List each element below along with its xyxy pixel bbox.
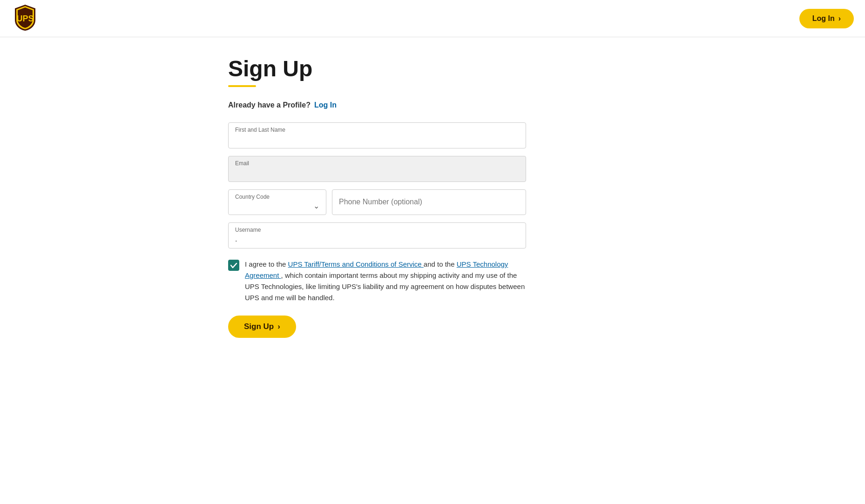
name-input[interactable] bbox=[235, 135, 519, 143]
name-label: First and Last Name bbox=[235, 127, 519, 133]
site-header: UPS Log In › bbox=[0, 0, 865, 37]
header-login-button[interactable]: Log In › bbox=[799, 9, 854, 28]
terms-checkbox[interactable] bbox=[228, 260, 239, 271]
email-label: Email bbox=[235, 160, 519, 167]
signup-arrow-icon: › bbox=[277, 322, 280, 331]
header-login-arrow: › bbox=[838, 14, 841, 23]
already-profile-text: Already have a Profile? bbox=[228, 101, 311, 109]
country-code-select[interactable]: United States (+1) Canada (+1) United Ki… bbox=[235, 202, 319, 210]
signup-button[interactable]: Sign Up › bbox=[228, 316, 296, 338]
phone-number-field-container bbox=[332, 189, 526, 215]
main-content: Sign Up Already have a Profile? Log In F… bbox=[0, 37, 512, 356]
already-profile-row: Already have a Profile? Log In bbox=[228, 101, 337, 109]
name-field-container: First and Last Name bbox=[228, 122, 526, 148]
terms-text: I agree to the UPS Tariff/Terms and Cond… bbox=[245, 259, 526, 303]
phone-row: Country Code United States (+1) Canada (… bbox=[228, 189, 526, 215]
username-label: Username bbox=[235, 227, 519, 233]
username-field-container: Username bbox=[228, 222, 526, 249]
terms-link1[interactable]: UPS Tariff/Terms and Conditions of Servi… bbox=[288, 260, 424, 268]
country-code-field-container: Country Code United States (+1) Canada (… bbox=[228, 189, 326, 215]
country-code-label: Country Code bbox=[235, 194, 319, 200]
username-input[interactable] bbox=[235, 235, 519, 243]
terms-middle: and to the bbox=[424, 260, 457, 268]
email-input[interactable] bbox=[235, 168, 519, 177]
already-profile-login-link[interactable]: Log In bbox=[314, 101, 337, 109]
signup-button-label: Sign Up bbox=[244, 322, 274, 331]
page-title: Sign Up bbox=[228, 56, 312, 81]
phone-number-input[interactable] bbox=[339, 198, 519, 206]
ups-logo: UPS bbox=[11, 4, 39, 34]
svg-text:UPS: UPS bbox=[16, 14, 34, 23]
header-login-label: Log In bbox=[812, 14, 835, 23]
terms-text-before: I agree to the bbox=[245, 260, 288, 268]
terms-text-after: , which contain important terms about my… bbox=[245, 271, 525, 302]
title-underline bbox=[228, 85, 256, 87]
email-field-container: Email bbox=[228, 156, 526, 182]
checkmark-icon bbox=[230, 262, 237, 269]
terms-row: I agree to the UPS Tariff/Terms and Cond… bbox=[228, 259, 526, 303]
signup-form: First and Last Name Email Country Code U… bbox=[228, 122, 526, 338]
